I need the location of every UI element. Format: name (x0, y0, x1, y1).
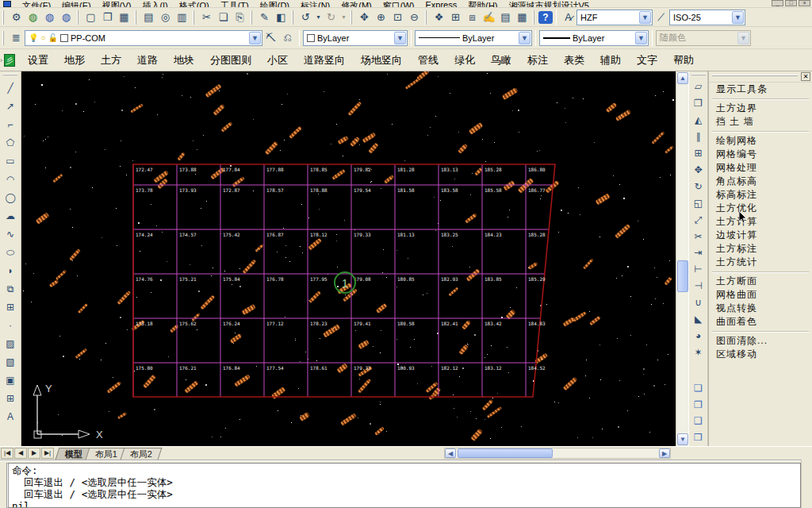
palette-item-视点转换[interactable]: 视点转换 (709, 302, 812, 315)
toolbar-grip[interactable] (193, 10, 196, 25)
next-tab-icon[interactable]: ▶ (28, 448, 40, 459)
first-tab-icon[interactable]: |◀ (1, 448, 13, 459)
new-file-icon[interactable]: ▢ (82, 10, 99, 25)
scale-icon[interactable]: ◱ (690, 194, 707, 211)
break-icon[interactable]: ⊣ (690, 278, 707, 294)
quick-calc-icon[interactable]: ▦ (514, 10, 530, 25)
toolbar-grip[interactable] (77, 10, 80, 25)
ray-icon[interactable]: ↗ (2, 97, 19, 115)
globe-world-icon[interactable]: ◍ (58, 10, 75, 25)
redo-icon[interactable]: ↻ (323, 10, 339, 25)
plugin-menu-6[interactable]: 小区 (259, 53, 296, 67)
open-file-icon[interactable]: ❐ (99, 10, 116, 25)
menu-item-2[interactable]: 视图(V) (102, 0, 132, 8)
chevron-down-icon[interactable]: ▼ (639, 11, 651, 24)
explode-icon[interactable]: ✶ (690, 344, 707, 361)
chevron-down-icon[interactable]: ▼ (519, 32, 530, 44)
close-icon[interactable]: ✕ (801, 72, 810, 81)
fillet-icon[interactable]: ◕ (690, 328, 707, 344)
zoom-previous-icon[interactable]: ⊖ (406, 10, 423, 25)
layer-combo[interactable]: 💡 ○ 🔓 PP-COM ▼ (25, 30, 262, 46)
minimize-button[interactable]: _ (772, 0, 783, 6)
plugin-menu-10[interactable]: 绿化 (446, 53, 483, 67)
ellipse-icon[interactable]: ⬭ (2, 243, 19, 261)
plugin-menu-16[interactable]: 帮助 (665, 53, 702, 67)
undo-dropdown-icon[interactable]: ▾ (314, 10, 323, 25)
rectangle-icon[interactable]: ▭ (2, 152, 19, 170)
copy-object-icon[interactable]: ❐ (690, 95, 707, 112)
pan-realtime-icon[interactable]: ✥ (356, 10, 373, 25)
toolbar-grip[interactable] (2, 10, 6, 25)
block-editor-icon[interactable]: ◧ (273, 10, 289, 25)
cut-icon[interactable]: ✂ (198, 10, 215, 25)
plugin-menu-4[interactable]: 地块 (166, 53, 202, 67)
chamfer-icon[interactable]: ◣ (690, 311, 707, 328)
point-icon[interactable]: · (2, 316, 19, 334)
save-file-icon[interactable]: ▦ (116, 10, 132, 25)
linetype-combo[interactable]: ByLayer ▼ (415, 30, 532, 46)
table-icon[interactable]: ⊞ (447, 10, 464, 25)
prev-tab-icon[interactable]: ◀ (14, 448, 27, 459)
menu-item-7[interactable]: 标注(N) (301, 0, 330, 8)
toolbar-grip[interactable] (135, 10, 138, 25)
command-history[interactable]: 命令: 回车退出 / <选取层中任一实体> 回车退出 / <选取层中任一实体>n… (6, 463, 801, 508)
circle-icon[interactable]: ◯ (2, 188, 19, 206)
scrollbar-thumb[interactable] (458, 448, 553, 458)
lineweight-combo[interactable]: ByLayer ▼ (539, 30, 649, 46)
table-icon[interactable]: ⊞ (2, 389, 19, 407)
bring-above-icon[interactable]: ❑ (690, 413, 707, 429)
chevron-down-icon[interactable]: ▼ (635, 32, 647, 44)
plugin-menu-11[interactable]: 鸟瞰 (483, 53, 519, 67)
last-tab-icon[interactable]: ▶| (41, 448, 54, 459)
chevron-down-icon[interactable]: ▼ (732, 11, 744, 24)
menu-item-9[interactable]: 窗口(W) (383, 0, 415, 8)
lock-icon[interactable]: 🔓 (48, 34, 58, 42)
globe-autodesk-icon[interactable]: ◍ (41, 10, 58, 25)
palette-grip[interactable] (712, 75, 798, 79)
make-object-layer-current-icon[interactable]: ⛏ (262, 30, 279, 46)
zoom-realtime-icon[interactable]: ⊕ (373, 10, 389, 25)
extend-icon[interactable]: ⇥ (690, 244, 707, 261)
plugin-menu-2[interactable]: 土方 (93, 53, 129, 67)
plugin-menu-7[interactable]: 道路竖向 (296, 53, 353, 67)
mtext-icon[interactable]: A (2, 407, 19, 425)
arc-icon[interactable]: ◠ (2, 170, 19, 188)
spline-icon[interactable]: ∿ (2, 225, 19, 243)
text-style-combo[interactable]: HZF▼ (576, 10, 653, 25)
plugin-menu-15[interactable]: 文字 (629, 53, 665, 67)
polyline-icon[interactable]: ⌐ (2, 115, 19, 133)
publish-icon[interactable]: ▥ (174, 10, 190, 25)
break-at-point-icon[interactable]: ⊢ (690, 261, 707, 278)
palette-item-绘制网格[interactable]: 绘制网格 (709, 134, 812, 148)
palette-item-网格编号[interactable]: 网格编号 (709, 148, 812, 161)
close-button[interactable]: × (799, 0, 810, 6)
plugin-menu-12[interactable]: 标注 (519, 53, 556, 67)
globe-today-icon[interactable]: ◍ (25, 10, 41, 25)
rotate-icon[interactable]: ↻ (690, 178, 707, 194)
plot-preview-icon[interactable]: ◎ (157, 10, 174, 25)
quick-select-icon[interactable]: ❖ (431, 10, 447, 25)
menu-item-12[interactable]: 湘源城市规划设计V5 (509, 0, 589, 8)
erase-icon[interactable]: ▱ (690, 79, 707, 95)
hatch-icon[interactable]: ▨ (2, 334, 19, 352)
palette-item-网格处理[interactable]: 网格处理 (709, 161, 812, 175)
palette-item-土方统计[interactable]: 土方统计 (709, 256, 812, 269)
palette-item-角点标高[interactable]: 角点标高 (709, 175, 812, 188)
toolbar-grip[interactable] (691, 74, 706, 77)
menu-item-10[interactable]: Express (426, 0, 458, 8)
palette-titlebar[interactable]: ✕ (709, 71, 812, 83)
command-scrollbar[interactable] (801, 460, 812, 508)
help-icon[interactable]: ? (538, 11, 553, 24)
palette-item-土方计算[interactable]: 土方计算 (709, 215, 812, 229)
palette-item-土方标注[interactable]: 土方标注 (709, 242, 812, 256)
palette-item-土方边界[interactable]: 土方边界 (709, 102, 812, 115)
send-to-back-icon[interactable]: ❐ (690, 396, 707, 413)
plugin-menu-8[interactable]: 场地竖向 (353, 53, 410, 67)
grid-number-marker[interactable]: 1 (334, 271, 356, 294)
join-icon[interactable]: ∪ (690, 294, 707, 311)
toolbar-grip[interactable] (425, 10, 428, 25)
bulb-icon[interactable]: 💡 (29, 34, 38, 42)
plugin-menu-14[interactable]: 辅助 (592, 53, 629, 67)
insert-block-icon[interactable]: ⧉ (2, 279, 19, 298)
app-options-icon[interactable]: ⚙ (8, 10, 25, 25)
